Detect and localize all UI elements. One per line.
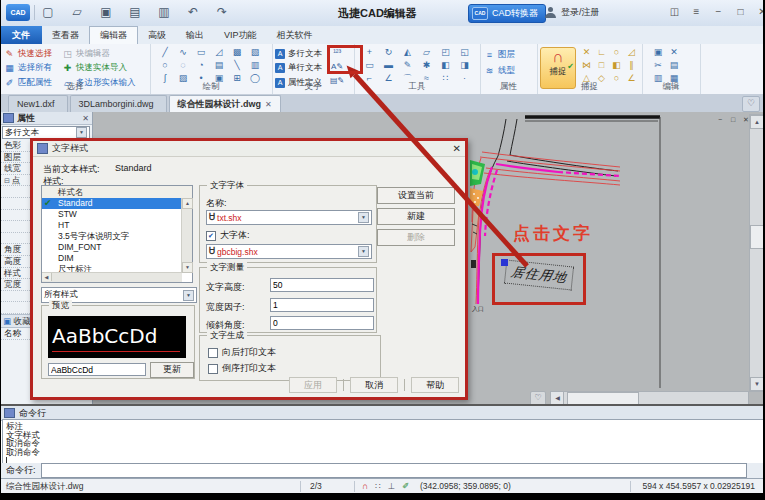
help-button[interactable]: 帮助 (411, 377, 459, 393)
scrollbar-thumb[interactable] (750, 225, 764, 249)
app-menu-icon[interactable]: ≡ (690, 5, 703, 19)
delete-style-button[interactable]: 删除 (377, 229, 455, 246)
scroll-left-arrow[interactable]: ◀ (42, 273, 52, 281)
grid-toggle-icon[interactable]: ∷ (375, 479, 380, 494)
edit-tool-icon[interactable]: ▣ (650, 46, 666, 59)
backwards-checkbox[interactable]: 向后打印文本 (208, 346, 276, 359)
tool-icon[interactable]: ✎ (398, 59, 417, 72)
dialog-close-icon[interactable]: ✕ (453, 143, 461, 154)
scrollbar-thumb[interactable] (567, 392, 639, 404)
ribbon-button[interactable]: A多行文本 (275, 47, 322, 60)
draw-tool-icon[interactable]: ◌ (174, 59, 192, 72)
apply-button[interactable]: 应用 (289, 377, 337, 393)
brush-toggle-icon[interactable]: ✐ (402, 479, 409, 494)
login-button[interactable]: 登录/注册 (545, 6, 600, 19)
draw-tool-icon[interactable]: ◿ (210, 46, 228, 59)
draw-tool-icon[interactable]: ▥ (246, 59, 264, 72)
tool-icon[interactable]: ▬ (379, 59, 398, 72)
snap-mode-icon[interactable]: ∥ (624, 59, 639, 72)
command-history[interactable]: 标注文字样式取消命令取消命令 (2, 419, 765, 466)
snap-mode-icon[interactable]: ✕ (579, 46, 594, 59)
new-style-button[interactable]: 新建 (377, 208, 455, 225)
document-tab[interactable]: 综合性园林设计.dwg✕ (169, 95, 281, 112)
tool-icon[interactable]: ◭ (398, 46, 417, 59)
menu-tab[interactable]: 查看器 (42, 26, 89, 44)
menu-tab[interactable]: 输出 (176, 26, 214, 44)
text-height-input[interactable] (270, 278, 374, 292)
ribbon-button[interactable]: ≋线型 (484, 64, 515, 77)
bigfont-select[interactable]: Ꮜ gbcbig.shx ▼ (206, 244, 372, 259)
document-tab[interactable]: 3DLamborgini.dwg (70, 95, 167, 112)
cad-drawing[interactable]: 入口 (470, 112, 750, 390)
maximize-icon[interactable]: □ (734, 5, 747, 19)
snap-mode-icon[interactable]: ⋈ (579, 59, 594, 72)
ribbon-button[interactable]: ✎快速选择 (4, 47, 52, 60)
canvas-minimize-icon[interactable]: − (715, 115, 725, 124)
heart-icon[interactable]: ♡ (530, 391, 546, 404)
menu-tab[interactable]: 文件 (0, 26, 42, 44)
command-input[interactable] (41, 463, 747, 478)
set-current-button[interactable]: 设置当前 (377, 187, 455, 204)
ribbon-button[interactable]: ✚快速实体导入 (62, 62, 136, 75)
ortho-toggle-icon[interactable]: ⊥ (388, 479, 395, 494)
tool-icon[interactable]: ◰ (436, 46, 455, 59)
snap-mode-icon[interactable]: ◧ (609, 59, 624, 72)
menu-tab[interactable]: 高级 (138, 26, 176, 44)
update-preview-button[interactable]: 更新 (150, 362, 194, 378)
canvas-restore-icon[interactable]: □ (728, 115, 738, 124)
draw-tool-icon[interactable]: ▤ (210, 59, 228, 72)
tool-icon[interactable]: ▱ (417, 46, 436, 59)
cancel-button[interactable]: 取消 (350, 377, 398, 393)
tool-icon[interactable]: ◨ (455, 59, 474, 72)
snap-mode-icon[interactable]: □ (594, 59, 609, 72)
pdf-export-icon[interactable]: ▤ (127, 4, 143, 21)
heart-icon[interactable]: ♡ (742, 96, 760, 112)
style-list-item[interactable]: 3.5号字体说明文字 (42, 231, 182, 242)
draw-tool-icon[interactable]: ▩ (228, 46, 246, 59)
tool-icon[interactable]: ◧ (436, 59, 455, 72)
list-vertical-scrollbar[interactable]: ▲ ▼ (181, 198, 192, 273)
ribbon-button[interactable]: A单行文本 (275, 62, 322, 75)
horizontal-scrollbar[interactable] (563, 391, 749, 404)
style-list-item[interactable]: HT (42, 220, 182, 231)
draw-tool-icon[interactable]: ∿ (174, 46, 192, 59)
draw-tool-icon[interactable]: ○ (156, 59, 174, 72)
style-list-item[interactable]: DIM (42, 253, 182, 264)
draw-tool-icon[interactable]: ╱ (156, 46, 174, 59)
undo-icon[interactable]: ↶ (185, 4, 201, 21)
panel-close-icon[interactable]: ✕ (82, 114, 89, 123)
ribbon-button[interactable]: ▦选择所有 (4, 62, 52, 75)
draw-tool-icon[interactable]: ▭ (192, 46, 210, 59)
selection-grip[interactable] (501, 259, 508, 266)
tab-close-icon[interactable]: ✕ (265, 96, 272, 113)
width-factor-input[interactable] (270, 298, 374, 312)
preview-text-input[interactable] (48, 363, 146, 376)
open-file-icon[interactable]: ▱ (69, 4, 85, 21)
ribbon-button[interactable]: ◳块编辑器 (62, 47, 136, 60)
edit-tool-icon[interactable]: ▤ (666, 59, 682, 72)
oblique-angle-input[interactable] (270, 316, 374, 330)
scroll-up-arrow[interactable]: ▲ (750, 115, 764, 129)
tool-icon[interactable]: ↻ (379, 46, 398, 59)
menu-tab[interactable]: 编辑器 (89, 26, 138, 44)
font-select[interactable]: Ꮜ txt.shx ▼ (206, 210, 372, 225)
edit-tool-icon[interactable]: ✂ (650, 59, 666, 72)
new-file-icon[interactable]: ▢ (40, 4, 56, 21)
snap-mode-icon[interactable]: ◿ (624, 46, 639, 59)
tool-icon[interactable]: ◱ (455, 46, 474, 59)
snap-mode-icon[interactable]: ○ (609, 46, 624, 59)
list-horizontal-scrollbar[interactable]: ◀ (42, 272, 182, 282)
dialog-title-bar[interactable]: 文字样式 ✕ (33, 141, 465, 157)
print-icon[interactable]: ▥ (156, 4, 172, 21)
style-list[interactable]: 样式名 ✔StandardSTWHT3.5号字体说明文字DIM_FONTDIM尺… (41, 185, 193, 283)
style-list-item[interactable]: STW (42, 209, 182, 220)
ribbon-button[interactable]: ≡图层 (484, 48, 515, 61)
scroll-down-arrow[interactable]: ▼ (750, 377, 764, 391)
minimize-icon[interactable]: − (712, 5, 725, 19)
scroll-up-arrow[interactable]: ▲ (182, 198, 193, 209)
osnap-toggle-icon[interactable]: ∩ (362, 479, 368, 494)
cad-converter-button[interactable]: CAD CAD转换器 (468, 4, 546, 23)
snap-mode-icon[interactable]: ∟ (594, 46, 609, 59)
feedback-icon[interactable]: ◫ (668, 5, 681, 19)
style-list-item[interactable]: ✔Standard (42, 198, 182, 209)
